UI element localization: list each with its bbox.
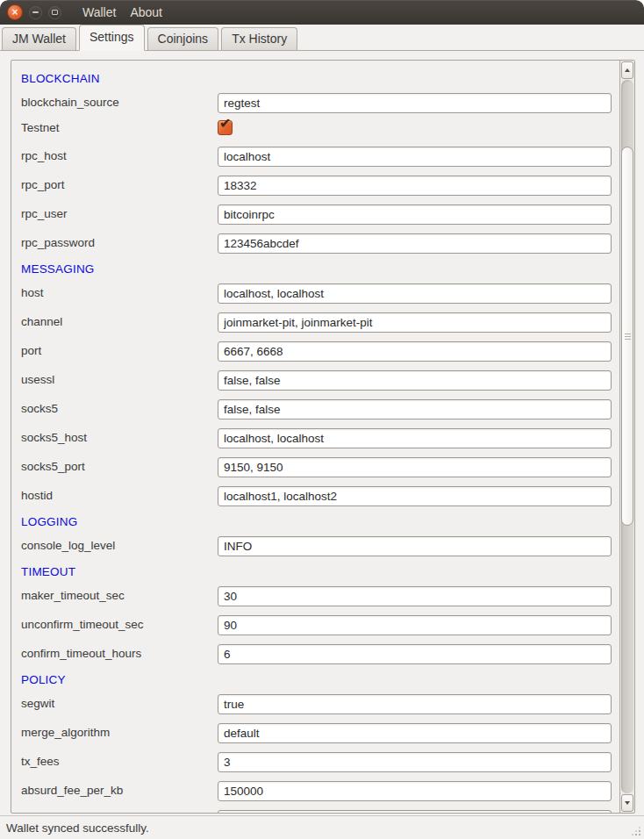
field-label: rpc_port <box>21 171 218 191</box>
field-label: socks5 <box>21 395 218 415</box>
grip-icon <box>625 336 631 337</box>
field-row: channel <box>21 308 612 337</box>
field-row: socks5_host <box>21 424 612 453</box>
resize-grip-icon[interactable] <box>632 827 640 835</box>
field-label: absurd_fee_per_kb <box>21 777 218 797</box>
check-icon: ✔ <box>219 115 231 132</box>
field-row: maker_timeout_sec <box>21 582 612 611</box>
field-row: segwit <box>21 690 612 719</box>
input-merge-algorithm[interactable] <box>218 723 612 743</box>
field-label: usessl <box>21 366 218 386</box>
field-row: rpc_port <box>21 171 612 200</box>
field-label: socks5_host <box>21 424 218 444</box>
field-row: socks5 <box>21 395 612 424</box>
tab-tx-history[interactable]: Tx History <box>221 27 297 50</box>
window-controls: × <box>0 4 61 20</box>
field-row: socks5_port <box>21 453 612 482</box>
field-label: rpc_user <box>21 200 218 220</box>
input-rpc-port[interactable] <box>218 176 612 196</box>
section-header-policy: POLICY <box>21 669 612 690</box>
input-hostid[interactable] <box>218 486 612 506</box>
field-row: Testnet✔ <box>21 118 612 142</box>
scrollbar[interactable] <box>619 61 634 813</box>
input-host[interactable] <box>218 283 612 304</box>
field-label: channel <box>21 308 218 328</box>
section-header-logging: LOGGING <box>21 511 612 532</box>
close-icon: × <box>11 8 18 17</box>
input-socks5-port[interactable] <box>218 457 612 477</box>
field-row: rpc_host <box>21 142 612 171</box>
field-label: tx_fees <box>21 748 218 768</box>
section-header-messaging: MESSAGING <box>21 258 612 279</box>
close-button[interactable]: × <box>7 4 23 20</box>
tab-coinjoins[interactable]: Coinjoins <box>147 27 219 50</box>
field-row: tx_fees <box>21 748 612 777</box>
input-unconfirm-timeout-sec[interactable] <box>218 615 612 635</box>
field-label: port <box>21 337 218 357</box>
input-socks5[interactable] <box>218 399 612 420</box>
field-row: hostid <box>21 482 612 511</box>
scrollbar-thumb[interactable] <box>621 147 633 526</box>
settings-viewport: BLOCKCHAINblockchain_sourceTestnet✔rpc_h… <box>11 61 619 813</box>
input-rpc-host[interactable] <box>218 147 612 167</box>
menu-item-about[interactable]: About <box>123 0 169 25</box>
tab-bar: JM WalletSettingsCoinjoinsTx History <box>0 25 644 51</box>
input-usessl[interactable] <box>218 370 612 391</box>
grip-icon <box>625 333 631 334</box>
status-text: Wallet synced successfully. <box>0 821 149 835</box>
input-channel[interactable] <box>218 312 612 333</box>
scrollbar-down-button[interactable] <box>621 794 633 812</box>
testnet-checkbox[interactable]: ✔ <box>218 120 233 135</box>
field-row: usessl <box>21 366 612 395</box>
input-port[interactable] <box>218 341 612 362</box>
down-arrow-icon <box>625 801 630 805</box>
field-row: merge_algorithm <box>21 719 612 748</box>
minimize-button[interactable] <box>29 6 42 19</box>
scrollbar-up-button[interactable] <box>621 61 633 79</box>
settings-pane: BLOCKCHAINblockchain_sourceTestnet✔rpc_h… <box>0 51 644 815</box>
field-label: host <box>21 279 218 299</box>
input-socks5-host[interactable] <box>218 428 612 448</box>
field-label: maker_timeout_sec <box>21 582 218 602</box>
field-label: merge_algorithm <box>21 719 218 739</box>
section-header-timeout: TIMEOUT <box>21 561 612 582</box>
input-confirm-timeout-hours[interactable] <box>218 644 612 664</box>
field-label <box>21 806 218 813</box>
field-label: blockchain_source <box>21 89 218 109</box>
input-absurd-fee-per-kb[interactable] <box>218 781 612 801</box>
title-bar: × Wallet About <box>0 0 644 25</box>
field-label: Testnet <box>21 118 218 134</box>
input-rpc-password[interactable] <box>218 233 612 254</box>
field-row: console_log_level <box>21 532 612 561</box>
field-row: rpc_password <box>21 229 612 258</box>
input-partial[interactable] <box>218 810 612 813</box>
field-row: unconfirm_timeout_sec <box>21 611 612 640</box>
input-console-log-level[interactable] <box>218 536 612 556</box>
field-row: host <box>21 279 612 308</box>
field-label: socks5_port <box>21 453 218 473</box>
menu-item-wallet[interactable]: Wallet <box>75 0 123 25</box>
tab-settings[interactable]: Settings <box>79 25 145 51</box>
field-label: segwit <box>21 690 218 710</box>
maximize-button[interactable] <box>48 6 61 19</box>
input-blockchain-source[interactable] <box>218 93 612 113</box>
settings-frame: BLOCKCHAINblockchain_sourceTestnet✔rpc_h… <box>11 60 635 814</box>
field-label: confirm_timeout_hours <box>21 640 218 660</box>
field-label: hostid <box>21 482 218 502</box>
section-header-blockchain: BLOCKCHAIN <box>21 68 612 89</box>
app-window: × Wallet About JM WalletSettingsCoinjoin… <box>0 0 644 839</box>
status-bar: Wallet synced successfully. <box>0 815 644 839</box>
input-segwit[interactable] <box>218 694 612 714</box>
field-label: rpc_password <box>21 229 218 249</box>
input-tx-fees[interactable] <box>218 752 612 772</box>
field-label: unconfirm_timeout_sec <box>21 611 218 631</box>
tab-jm-wallet[interactable]: JM Wallet <box>2 27 76 50</box>
maximize-icon <box>52 10 58 15</box>
input-rpc-user[interactable] <box>218 204 612 225</box>
field-row: absurd_fee_per_kb <box>21 777 612 806</box>
input-maker-timeout-sec[interactable] <box>218 586 612 606</box>
field-row <box>21 806 612 813</box>
field-label: rpc_host <box>21 142 218 162</box>
scrollbar-track[interactable] <box>621 80 633 793</box>
up-arrow-icon <box>625 68 630 72</box>
